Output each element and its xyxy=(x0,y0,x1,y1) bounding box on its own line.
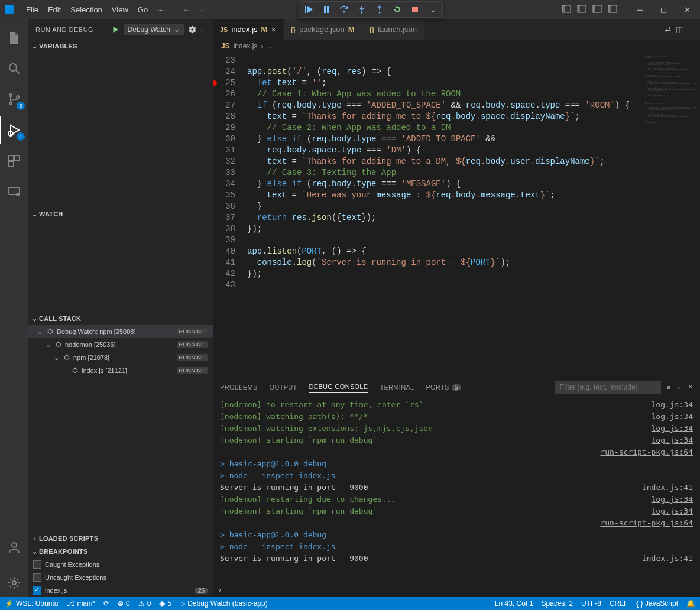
code-line[interactable] xyxy=(247,55,700,66)
debug-continue-button[interactable] xyxy=(302,2,316,17)
line-number[interactable]: 40 xyxy=(213,246,235,257)
checkbox[interactable] xyxy=(33,560,41,569)
start-debug-button[interactable] xyxy=(109,24,121,35)
code-line[interactable]: if (req.body.type === 'ADDED_TO_SPACE' &… xyxy=(247,100,700,111)
close-icon[interactable]: ✕ xyxy=(688,383,693,391)
line-number[interactable]: 28 xyxy=(213,111,235,122)
code-line[interactable]: }); xyxy=(247,268,700,280)
console-filter-input[interactable] xyxy=(555,381,661,394)
line-number[interactable]: 38 xyxy=(213,223,235,235)
nav-back-icon[interactable]: ← xyxy=(183,5,190,14)
code-line[interactable]: }); xyxy=(247,223,700,235)
line-number[interactable]: 24 xyxy=(213,66,235,77)
callstack-row[interactable]: index.js [21121]RUNNING xyxy=(28,364,213,377)
callstack-row[interactable]: ⌄npm [21078]RUNNING xyxy=(28,351,213,364)
console-source-link[interactable]: run-script-pkg.js:64 xyxy=(600,446,693,458)
activity-account[interactable] xyxy=(0,533,28,562)
line-number[interactable]: 41 xyxy=(213,257,235,268)
panel-tab-problems[interactable]: PROBLEMS xyxy=(220,381,258,393)
status-warn[interactable]: ⚠0 xyxy=(138,599,151,608)
console-source-link[interactable]: log.js:34 xyxy=(652,423,693,434)
activity-search[interactable] xyxy=(0,54,28,83)
debug-step-over-button[interactable] xyxy=(337,2,351,17)
line-number[interactable]: 23 xyxy=(213,55,235,66)
line-number[interactable]: 43 xyxy=(213,280,235,291)
checkbox[interactable] xyxy=(33,586,41,595)
code-line[interactable] xyxy=(247,235,700,246)
menu-go[interactable]: Go xyxy=(133,3,153,17)
console-source-link[interactable]: log.js:34 xyxy=(652,434,693,446)
line-number[interactable]: 27 xyxy=(213,100,235,111)
status-utf-8[interactable]: UTF-8 xyxy=(581,599,601,608)
code-line[interactable]: return res.json({text}); xyxy=(247,212,700,223)
code-line[interactable]: } else if (req.body.type === 'MESSAGE') … xyxy=(247,179,700,190)
status-bell[interactable]: 🔔 xyxy=(686,599,695,608)
callstack-row[interactable]: ⌄Debug Watch: npm [25008]RUNNING xyxy=(28,325,213,338)
code-line[interactable]: console.log(`Server is running in port -… xyxy=(247,257,700,268)
menu-selection[interactable]: Selection xyxy=(66,3,106,17)
status-sync[interactable]: ⟳ xyxy=(103,599,109,608)
line-number[interactable]: 25 xyxy=(213,77,235,89)
code-line[interactable]: app.listen(PORT, () => { xyxy=(247,246,700,257)
console-source-link[interactable]: log.js:34 xyxy=(652,411,693,423)
debug-pause-button[interactable] xyxy=(319,2,333,17)
code-line[interactable]: req.body.space.type === 'DM') { xyxy=(247,145,700,156)
section-variables[interactable]: ⌄VARIABLES xyxy=(28,40,213,53)
console-source-link[interactable]: log.js:34 xyxy=(652,399,693,411)
menu-view[interactable]: View xyxy=(107,3,133,17)
status-branch[interactable]: ⎇main* xyxy=(66,599,95,608)
line-number[interactable]: 34 xyxy=(213,179,235,190)
code-line[interactable]: // Case 3: Texting the App xyxy=(247,167,700,179)
panel-tab-terminal[interactable]: TERMINAL xyxy=(380,381,414,393)
code-line[interactable]: let text = ''; xyxy=(247,77,700,89)
code-line[interactable]: // Case 2: When App was added to a DM xyxy=(247,122,700,134)
code-line[interactable]: text = `Here was your message : ${req.bo… xyxy=(247,190,700,201)
status-----javascript[interactable]: { } JavaScript xyxy=(636,599,678,608)
menu-···[interactable]: ··· xyxy=(153,3,168,17)
line-number[interactable]: 37 xyxy=(213,212,235,223)
checkbox[interactable] xyxy=(33,573,41,582)
menu-file[interactable]: File xyxy=(21,3,43,17)
panel-tab-debug-console[interactable]: DEBUG CONSOLE xyxy=(309,381,368,393)
code-line[interactable]: text = `Thanks for adding me to a DM, ${… xyxy=(247,156,700,167)
line-number[interactable]: 30 xyxy=(213,134,235,145)
status-crlf[interactable]: CRLF xyxy=(610,599,628,608)
code-line[interactable]: } xyxy=(247,201,700,212)
minimap[interactable]: app.post('/', (req, res) => { let text =… xyxy=(644,53,700,377)
console-source-link[interactable]: index.js:41 xyxy=(642,482,693,494)
line-number[interactable]: 33 xyxy=(213,167,235,179)
activity-settings[interactable] xyxy=(0,569,28,597)
activity-debug[interactable]: 1 xyxy=(0,116,28,144)
console-source-link[interactable]: index.js:41 xyxy=(642,553,693,564)
close-button[interactable]: ✕ xyxy=(679,1,695,18)
line-number[interactable]: 26 xyxy=(213,89,235,100)
debug-step-into-button[interactable] xyxy=(355,2,369,17)
line-number[interactable]: 36 xyxy=(213,201,235,212)
section-breakpoints[interactable]: ⌄BREAKPOINTS xyxy=(28,545,213,558)
layout-sidebar-left-icon[interactable] xyxy=(562,4,571,15)
breakpoint-row[interactable]: index.js25 xyxy=(28,584,213,597)
gear-icon[interactable] xyxy=(186,24,198,35)
line-number[interactable]: 32 xyxy=(213,156,235,167)
console-source-link[interactable]: run-script-pkg.js:64 xyxy=(600,517,693,529)
section-loaded-scripts[interactable]: ›LOADED SCRIPTS xyxy=(28,532,213,545)
compare-icon[interactable]: ⇄ xyxy=(665,25,671,34)
tab-index-js[interactable]: JSindex.jsM× xyxy=(213,19,284,40)
code-line[interactable]: // Case 1: When App was added to the ROO… xyxy=(247,89,700,100)
layout-panel-icon[interactable] xyxy=(577,4,586,15)
line-number[interactable]: 29 xyxy=(213,122,235,134)
activity-scm[interactable]: 5 xyxy=(0,85,28,113)
panel-tab-output[interactable]: OUTPUT xyxy=(270,381,297,393)
tab-launch-json[interactable]: {}launch.json xyxy=(362,19,424,40)
more-icon[interactable]: ··· xyxy=(688,25,694,34)
code-editor[interactable]: 2324252627282930313233343536373839404142… xyxy=(213,53,700,377)
status-debug[interactable]: ▷Debug Watch (basic-app) xyxy=(180,599,268,608)
nav-fwd-icon[interactable]: → xyxy=(197,5,205,14)
layout-sidebar-right-icon[interactable] xyxy=(592,4,602,15)
debug-config-select[interactable]: Debug Watch ⌄ xyxy=(124,24,184,35)
tab-package-json[interactable]: {}package.jsonM xyxy=(284,19,362,40)
menu-edit[interactable]: Edit xyxy=(43,3,66,17)
section-watch[interactable]: ⌄WATCH xyxy=(28,207,213,220)
breakpoint-row[interactable]: Caught Exceptions xyxy=(28,558,213,571)
line-number[interactable]: 42 xyxy=(213,268,235,280)
